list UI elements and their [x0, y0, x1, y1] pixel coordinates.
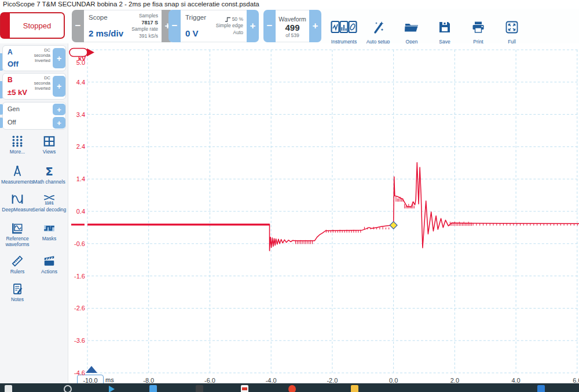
- scope-timebase: 2 ms/div: [89, 28, 123, 38]
- gen-minus-button[interactable]: [0, 104, 3, 115]
- channel-b-letter: B: [8, 76, 13, 84]
- x-axis-label: 6.0: [565, 377, 579, 383]
- gen-state-expand-button[interactable]: +: [53, 117, 65, 129]
- waveform-number: 499: [285, 23, 299, 32]
- print-button[interactable]: Print: [467, 20, 490, 45]
- y-axis-label: 5.0: [69, 59, 85, 66]
- tool-label: Math channels: [33, 179, 65, 185]
- save-button[interactable]: Save: [433, 20, 456, 45]
- sidebar-tool-math-channels[interactable]: ΣMath channels: [31, 165, 67, 185]
- title-bar: PicoScope 7 T&M SECUNDAR bobina 2 - 2ms …: [0, 0, 579, 9]
- open-button[interactable]: Open: [400, 20, 424, 45]
- gen-state-minus-button[interactable]: [0, 118, 3, 128]
- channel-b-expand-button[interactable]: +: [53, 76, 65, 97]
- scope-minus-button[interactable]: −: [72, 10, 84, 42]
- y-axis-label: 3.4: [69, 111, 85, 118]
- serial-decoding-icon: 1101: [43, 193, 56, 206]
- sidebar-tool-masks[interactable]: Masks: [31, 222, 67, 242]
- tool-label: Notes: [11, 297, 24, 303]
- instruments-button[interactable]: Instruments: [328, 20, 360, 45]
- stopped-button[interactable]: Stopped: [0, 12, 65, 39]
- y-axis-label: 0.4: [69, 208, 85, 215]
- taskbar-psd-doc-icon[interactable]: [241, 385, 248, 392]
- taskbar-blue-app-icon[interactable]: [537, 385, 545, 392]
- waveform-prev-button[interactable]: −: [263, 10, 276, 42]
- full-screen-button[interactable]: Full: [499, 20, 525, 45]
- trigger-title: Trigger: [185, 14, 208, 21]
- edge-trigger-icon: [225, 17, 231, 22]
- waveform-panel: − Waveform 499 of 539 +: [263, 10, 321, 42]
- channel-a-card[interactable]: A DC seconda Inverted Off +: [2, 45, 66, 71]
- sidebar-tool-serial-decoding[interactable]: 1101Serial decoding: [31, 193, 67, 213]
- auto-setup-icon: [371, 20, 386, 34]
- toolbar: Stopped − Scope 2 ms/div Samples 7817 S …: [0, 9, 579, 44]
- taskbar-search-icon[interactable]: [64, 385, 72, 392]
- samples-value: 7817 S: [141, 19, 158, 26]
- sample-rate-value: 391 kS/s: [139, 33, 158, 39]
- actions-icon: [43, 255, 56, 268]
- samples-label: Samples: [139, 13, 158, 19]
- trigger-percent: 50 %: [232, 16, 243, 23]
- scope-title: Scope: [89, 14, 123, 21]
- math-channels-icon: Σ: [43, 165, 56, 178]
- auto-setup-button[interactable]: Auto setup: [363, 20, 393, 45]
- taskbar-monitor-icon[interactable]: [149, 385, 157, 392]
- channel-b-range: ±5 kV: [8, 88, 27, 97]
- windows-taskbar[interactable]: [0, 383, 579, 392]
- time-ruler-handle[interactable]: [85, 365, 98, 373]
- sidebar-tool-actions[interactable]: Actions: [31, 255, 67, 275]
- y-axis-label: -3.6: [69, 337, 85, 344]
- taskbar-start-icon[interactable]: [5, 385, 12, 392]
- trigger-auto: Auto: [233, 30, 244, 36]
- trigger-plus-button[interactable]: +: [247, 10, 259, 42]
- channel-b-card[interactable]: B DC seconda Inverted ±5 kV +: [2, 73, 66, 100]
- taskbar-dark-app-icon[interactable]: [196, 385, 203, 392]
- tool-label: Measurements: [1, 179, 34, 185]
- taskbar-edge-arrow-icon[interactable]: [108, 385, 115, 392]
- svg-text:Σ: Σ: [45, 165, 53, 178]
- waveform-card[interactable]: Waveform 499 of 539: [276, 10, 309, 42]
- y-axis-label: -0.6: [69, 240, 85, 247]
- y-axis-label: -1.6: [69, 273, 85, 280]
- taskbar-browser-circle-icon[interactable]: [288, 385, 296, 392]
- tool-label: DeepMeasure: [2, 207, 32, 213]
- tool-label: Serial decoding: [32, 207, 67, 213]
- tool-label: Masks: [42, 236, 57, 242]
- channel-a-expand-button[interactable]: +: [53, 48, 65, 68]
- waveform-plot[interactable]: kV -10.0 ms 5.04.43.42.41.40.4-0.6-1.6-2…: [68, 43, 579, 383]
- y-axis-label: 1.4: [69, 175, 85, 182]
- trigger-minus-button[interactable]: −: [168, 10, 181, 42]
- x-axis-label: 2.0: [442, 377, 467, 383]
- trigger-point-marker: [390, 222, 397, 229]
- taskbar-folder-icon[interactable]: [351, 385, 358, 392]
- save-icon: [438, 20, 452, 34]
- sidebar-tool-views[interactable]: Views: [31, 135, 67, 155]
- more-icon: [11, 135, 24, 148]
- full-screen-icon: [505, 20, 519, 34]
- trigger-card[interactable]: Trigger 0 V 50 % Simple edge Auto: [181, 10, 247, 42]
- generator-card[interactable]: Gen + Off +: [2, 102, 66, 130]
- waveform-next-button[interactable]: +: [309, 10, 321, 42]
- trigger-mode: Simple edge: [216, 23, 243, 29]
- reference-waveforms-icon: [11, 222, 24, 235]
- trigger-level: 0 V: [185, 28, 208, 38]
- views-icon: [43, 135, 56, 148]
- gen-state: Off: [8, 119, 16, 126]
- channel-a-letter: A: [8, 48, 13, 56]
- window-title: PicoScope 7 T&M SECUNDAR bobina 2 - 2ms …: [3, 1, 259, 8]
- waveform-title: Waveform: [278, 16, 306, 23]
- x-axis-label: -8.0: [136, 377, 162, 383]
- instruments-icon: [331, 20, 357, 34]
- gen-label: Gen: [8, 105, 20, 112]
- scope-card[interactable]: Scope 2 ms/div Samples 7817 S Sample rat…: [84, 10, 162, 42]
- stopped-label: Stopped: [10, 13, 64, 38]
- deepmeasure-icon: [11, 193, 24, 206]
- channel-a-range: Off: [8, 60, 19, 68]
- gen-expand-button[interactable]: +: [53, 104, 65, 115]
- waveform-canvas[interactable]: [68, 43, 579, 383]
- tool-label: Actions: [41, 269, 57, 275]
- masks-icon: [43, 222, 56, 235]
- waveform-total: of 539: [285, 32, 299, 38]
- y-axis-label: 4.4: [69, 79, 85, 86]
- sidebar-tool-notes[interactable]: Notes: [0, 283, 39, 303]
